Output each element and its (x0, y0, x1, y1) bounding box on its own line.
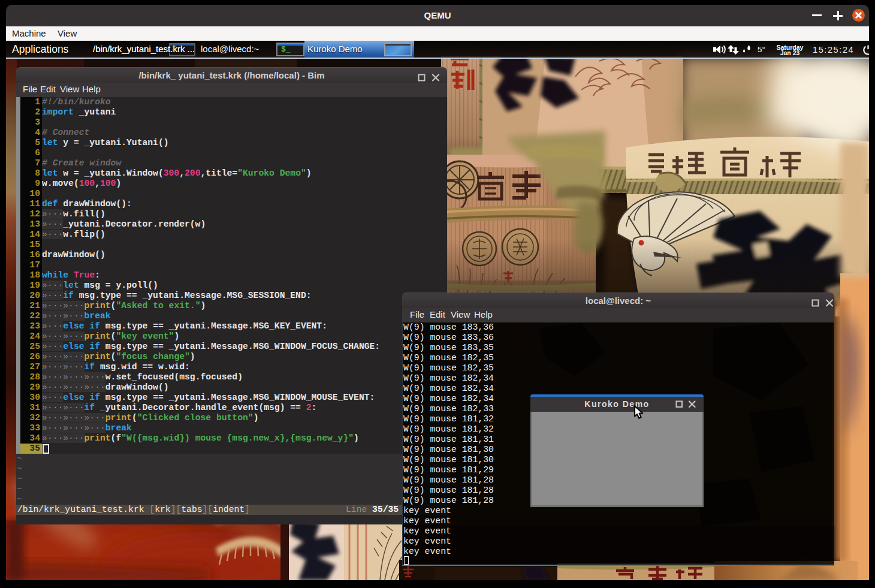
svg-text:15:25:24: 15:25:24 (813, 45, 854, 55)
svg-text:5°: 5° (758, 45, 765, 54)
svg-text:Jan 23: Jan 23 (780, 49, 800, 56)
